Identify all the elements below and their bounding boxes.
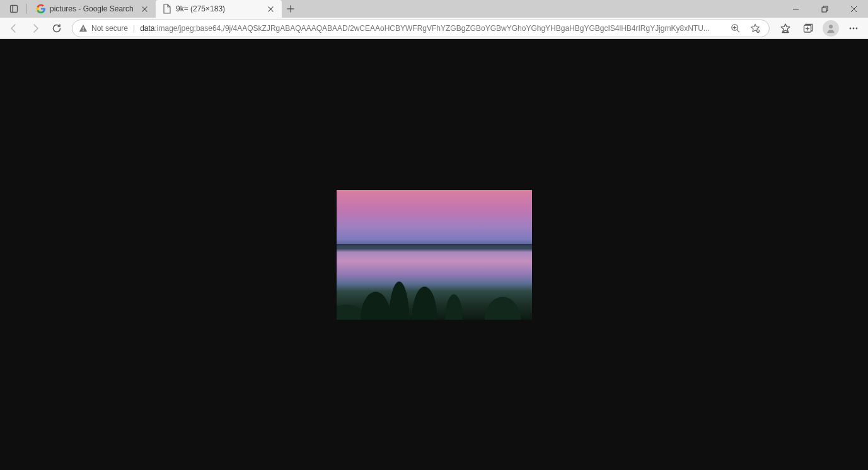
separator: | [133,24,135,33]
new-tab-button[interactable] [282,0,299,18]
zoom-in-icon [731,23,740,33]
svg-point-11 [829,25,833,28]
back-button[interactable] [4,18,24,38]
security-indicator[interactable]: Not secure [79,24,128,33]
tab-actions-icon [9,4,18,13]
window-minimize-button[interactable] [781,0,810,18]
page-viewport [0,39,868,470]
toolbar-right [775,18,864,38]
svg-point-14 [856,27,858,29]
security-label: Not secure [91,24,128,33]
tab-title: 9k= (275×183) [176,4,262,13]
svg-rect-3 [822,8,826,12]
profile-button[interactable] [820,18,842,38]
url-text: data:image/jpeg;base64,/9j/4AAQSkZJRgABA… [140,24,722,33]
window-maximize-button[interactable] [810,0,839,18]
window-close-button[interactable] [839,0,868,18]
svg-rect-5 [83,30,83,30]
toolbar: Not secure | data:image/jpeg;base64,/9j/… [0,18,868,39]
url-scheme: data [140,24,154,33]
divider [26,4,27,14]
address-bar[interactable]: Not secure | data:image/jpeg;base64,/9j/… [72,20,770,37]
star-icon [750,23,760,33]
refresh-icon [52,23,62,33]
tab-image-data-uri[interactable]: 9k= (275×183) [156,0,282,18]
arrow-left-icon [9,23,19,33]
window-controls [781,0,868,18]
close-icon [142,6,148,12]
tab-close-button[interactable] [139,4,149,14]
settings-menu-button[interactable] [843,18,864,38]
refresh-button[interactable] [47,18,67,38]
svg-line-7 [737,30,739,32]
arrow-right-icon [30,23,40,33]
tab-title: pictures - Google Search [50,4,136,13]
svg-rect-4 [83,26,83,29]
close-icon [850,6,857,13]
minimize-icon [792,6,799,13]
forward-button[interactable] [25,18,45,38]
star-plus-icon [780,23,791,34]
collections-button[interactable] [797,18,819,38]
svg-rect-0 [11,6,18,13]
google-favicon-icon [36,4,46,14]
tab-actions-button[interactable] [4,0,24,18]
more-icon [848,23,859,33]
url-rest: :image/jpeg;base64,/9j/4AAQSkZJRgABAQAAA… [155,24,710,33]
favorites-bar-button[interactable] [775,18,796,38]
svg-point-12 [850,27,852,29]
zoom-button[interactable] [727,21,743,36]
avatar-icon [823,20,839,37]
warning-icon [79,24,88,33]
favorite-button[interactable] [748,21,763,36]
displayed-image[interactable] [337,190,532,320]
file-favicon-icon [162,4,172,14]
collections-icon [802,23,814,34]
maximize-icon [821,6,828,13]
tab-google-search[interactable]: pictures - Google Search [30,0,156,18]
tab-close-button[interactable] [265,4,275,14]
svg-point-13 [853,27,855,29]
close-icon [268,6,274,12]
plus-icon [287,5,294,13]
tab-strip: pictures - Google Search 9k= (275×183) [0,0,868,18]
